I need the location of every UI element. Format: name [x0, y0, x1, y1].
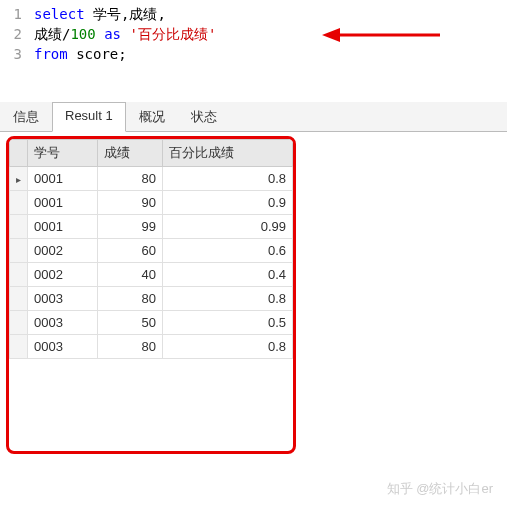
cell-score[interactable]: 80: [97, 287, 162, 311]
row-marker: [10, 263, 28, 287]
cell-percent-score[interactable]: 0.6: [162, 239, 292, 263]
row-marker: [10, 215, 28, 239]
cell-student-id[interactable]: 0002: [28, 239, 98, 263]
code-text[interactable]: from score;: [34, 44, 127, 64]
tab-status[interactable]: 状态: [178, 102, 230, 131]
table-row[interactable]: 0001900.9: [10, 191, 293, 215]
line-number: 2: [0, 24, 34, 44]
code-line[interactable]: 1select 学号,成绩,: [0, 4, 507, 24]
table-header-row: 学号 成绩 百分比成绩: [10, 140, 293, 167]
line-number: 1: [0, 4, 34, 24]
tab-overview[interactable]: 概况: [126, 102, 178, 131]
cell-student-id[interactable]: 0003: [28, 311, 98, 335]
cell-student-id[interactable]: 0001: [28, 191, 98, 215]
code-text[interactable]: select 学号,成绩,: [34, 4, 166, 24]
cell-percent-score[interactable]: 0.4: [162, 263, 292, 287]
col-header-percent-score[interactable]: 百分比成绩: [162, 140, 292, 167]
table-row[interactable]: 0001800.8: [10, 167, 293, 191]
table-row[interactable]: 0002400.4: [10, 263, 293, 287]
cell-student-id[interactable]: 0002: [28, 263, 98, 287]
cell-percent-score[interactable]: 0.8: [162, 167, 292, 191]
table-row[interactable]: 0003800.8: [10, 335, 293, 359]
line-number: 3: [0, 44, 34, 64]
cell-score[interactable]: 80: [97, 167, 162, 191]
annotation-arrow: [322, 24, 442, 46]
watermark: 知乎 @统计小白er: [387, 480, 493, 498]
result-tabstrip: 信息 Result 1 概况 状态: [0, 102, 507, 132]
cell-student-id[interactable]: 0001: [28, 167, 98, 191]
cell-percent-score[interactable]: 0.5: [162, 311, 292, 335]
cell-score[interactable]: 50: [97, 311, 162, 335]
row-marker-header: [10, 140, 28, 167]
col-header-student-id[interactable]: 学号: [28, 140, 98, 167]
code-text[interactable]: 成绩/100 as '百分比成绩': [34, 24, 216, 44]
table-row[interactable]: 0003500.5: [10, 311, 293, 335]
cell-percent-score[interactable]: 0.99: [162, 215, 292, 239]
cell-score[interactable]: 99: [97, 215, 162, 239]
code-line[interactable]: 3from score;: [0, 44, 507, 64]
cell-score[interactable]: 60: [97, 239, 162, 263]
cell-score[interactable]: 80: [97, 335, 162, 359]
row-marker: [10, 335, 28, 359]
table-row[interactable]: 0002600.6: [10, 239, 293, 263]
result-table[interactable]: 学号 成绩 百分比成绩 0001800.80001900.90001990.99…: [9, 139, 293, 359]
cell-student-id[interactable]: 0001: [28, 215, 98, 239]
col-header-score[interactable]: 成绩: [97, 140, 162, 167]
result-highlight-box: 学号 成绩 百分比成绩 0001800.80001900.90001990.99…: [6, 136, 296, 454]
row-marker: [10, 311, 28, 335]
tab-info[interactable]: 信息: [0, 102, 52, 131]
cell-percent-score[interactable]: 0.9: [162, 191, 292, 215]
row-marker: [10, 167, 28, 191]
cell-student-id[interactable]: 0003: [28, 287, 98, 311]
svg-marker-1: [322, 28, 340, 42]
cell-score[interactable]: 90: [97, 191, 162, 215]
tab-result-1[interactable]: Result 1: [52, 102, 126, 132]
row-marker: [10, 287, 28, 311]
cell-student-id[interactable]: 0003: [28, 335, 98, 359]
table-row[interactable]: 0001990.99: [10, 215, 293, 239]
cell-score[interactable]: 40: [97, 263, 162, 287]
cell-percent-score[interactable]: 0.8: [162, 287, 292, 311]
row-marker: [10, 239, 28, 263]
row-marker: [10, 191, 28, 215]
table-row[interactable]: 0003800.8: [10, 287, 293, 311]
cell-percent-score[interactable]: 0.8: [162, 335, 292, 359]
